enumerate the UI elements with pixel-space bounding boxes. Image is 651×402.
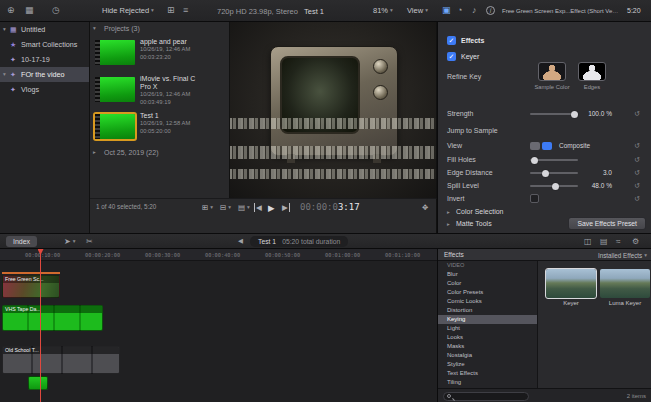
invert-checkbox[interactable] — [530, 194, 539, 203]
go-to-start-button[interactable]: ◀ — [254, 203, 262, 212]
color-inspector-tab-icon[interactable]: ◔ — [457, 5, 462, 15]
clip-thumbnail[interactable] — [95, 77, 135, 102]
timeline-ruler[interactable]: 00:00:10:00 00:00:20:00 00:00:30:00 00:0… — [0, 249, 437, 261]
viewer-view-dropdown[interactable]: View▾ — [407, 6, 428, 15]
timeline-clip[interactable]: Old School T... — [2, 346, 120, 374]
category-item[interactable]: Distortion — [438, 306, 537, 315]
disclosure-closed-icon[interactable]: ▸ — [447, 221, 455, 227]
keyer-checkbox[interactable]: ✓ — [447, 52, 456, 61]
reset-icon[interactable]: ↺ — [634, 192, 640, 205]
effects-browser-panel: Effects Installed Effects▾ VIDEO Blur Co… — [437, 249, 651, 402]
category-item[interactable]: Text Effects — [438, 369, 537, 378]
effects-section-label: Effects — [461, 34, 484, 47]
reset-icon[interactable]: ↺ — [634, 153, 640, 166]
category-item[interactable]: Color Presets — [438, 288, 537, 297]
timecode-display[interactable]: 00:00:03:17 — [300, 202, 360, 212]
clip-thumbnail[interactable] — [95, 40, 135, 65]
effect-tile-keyer[interactable]: Keyer — [546, 269, 596, 306]
installed-effects-dropdown[interactable]: Installed Effects▾ — [598, 249, 647, 262]
sidebar-item-event-for-the-video[interactable]: ▾ ✦ FOr the video — [0, 67, 89, 82]
filmstrip-view-icon[interactable]: ⊞ — [167, 5, 175, 15]
info-inspector-tab-icon[interactable]: i — [486, 6, 495, 15]
viewer-expand-icon[interactable]: ✥ — [422, 203, 428, 212]
effect-thumbnail[interactable] — [600, 269, 650, 298]
timecode-bright: 3:17 — [338, 202, 360, 212]
browser-section-projects[interactable]: ▾ Projects (3) — [90, 22, 229, 35]
timeline-clip[interactable]: Free Green Sc... — [2, 275, 60, 298]
reset-icon[interactable]: ↺ — [634, 139, 640, 152]
effect-tile-luma-keyer[interactable]: Luma Keyer — [600, 269, 650, 306]
reset-icon[interactable]: ↺ — [634, 107, 640, 120]
browser-clip-row[interactable]: apple and pear 10/26/19, 12:46 AM 00:03:… — [90, 35, 229, 72]
timeline-clip-connected[interactable] — [28, 376, 48, 390]
video-inspector-tab-icon[interactable]: ▣ — [442, 5, 451, 15]
clip-thumbnail-selected[interactable] — [95, 114, 135, 139]
effects-search-input[interactable] — [443, 392, 529, 401]
category-item[interactable]: Blur — [438, 270, 537, 279]
play-button[interactable]: ▶ — [268, 203, 275, 213]
sample-color-tool-button[interactable] — [538, 62, 566, 81]
category-item[interactable]: Tiling — [438, 378, 537, 387]
effects-checkbox[interactable]: ✓ — [447, 36, 456, 45]
caret-down-icon: ▾ — [151, 7, 154, 13]
jump-to-sample-label[interactable]: Jump to Sample — [447, 124, 498, 137]
effect-thumbnail[interactable] — [546, 269, 596, 298]
edge-distance-value[interactable]: 3.0 — [566, 166, 612, 179]
category-item[interactable]: Looks — [438, 333, 537, 342]
sidebar-item-event-vlogs[interactable]: ✦ Vlogs — [0, 82, 89, 97]
timeline-project-info[interactable]: Test 105:20 total duration — [250, 236, 348, 247]
viewer-canvas — [230, 22, 437, 198]
view-composite-icon[interactable] — [542, 142, 552, 150]
distort-popup-button[interactable]: ▤▾ — [238, 203, 250, 212]
fill-holes-slider[interactable] — [530, 159, 578, 161]
clip-appearance-icon[interactable]: ◫ — [584, 237, 592, 246]
timeline-clip[interactable]: VHS Tape Da... — [2, 305, 103, 331]
audio-inspector-tab-icon[interactable]: ♪ — [472, 5, 477, 15]
disclosure-closed-icon[interactable]: ▸ — [93, 146, 101, 159]
view-matte-icon[interactable] — [530, 142, 540, 150]
disclosure-closed-icon[interactable]: ▸ — [447, 209, 455, 215]
edges-tool-button[interactable] — [578, 62, 606, 81]
timeline-history-back-icon[interactable]: ◀ — [238, 237, 243, 245]
clip-name: Test 1 — [140, 112, 226, 120]
category-item[interactable]: Masks — [438, 342, 537, 351]
category-item[interactable]: Light — [438, 324, 537, 333]
category-item[interactable]: Color — [438, 279, 537, 288]
list-view-icon[interactable]: ≡ — [183, 5, 188, 15]
timeline-settings-icon[interactable]: ⚙ — [632, 237, 639, 246]
keyword-editor-icon[interactable]: ▦ — [25, 5, 34, 15]
timeline-zoom-icon[interactable]: ▤ — [600, 237, 608, 246]
sidebar-item-event-10-17-19[interactable]: ✦ 10-17-19 — [0, 52, 89, 67]
import-media-icon[interactable]: ⊕ — [7, 5, 15, 15]
audio-waveform-icon[interactable]: ≈ — [616, 237, 620, 246]
clip-filter-dropdown[interactable]: Hide Rejected▾ — [102, 6, 154, 15]
disclosure-open-icon[interactable]: ▾ — [93, 22, 101, 35]
playhead[interactable] — [40, 249, 41, 402]
tv-image — [270, 46, 398, 156]
category-item[interactable]: Stylize — [438, 360, 537, 369]
viewer-zoom-dropdown[interactable]: 81%▾ — [373, 6, 393, 15]
sidebar-item-library[interactable]: ▾ ▦ Untitled — [0, 22, 89, 37]
reset-icon[interactable]: ↺ — [634, 179, 640, 192]
sidebar-item-smart-collections[interactable]: ★ Smart Collections — [0, 37, 89, 52]
category-item[interactable]: Nostalgia — [438, 351, 537, 360]
category-item-selected[interactable]: Keying — [438, 315, 537, 324]
reset-icon[interactable]: ↺ — [634, 166, 640, 179]
browser-clip-row[interactable]: iMovie vs. Final C Pro X 10/26/19, 12:46… — [90, 72, 229, 109]
transform-popup-button[interactable]: ⊞▾ — [202, 203, 213, 212]
category-item[interactable]: Comic Looks — [438, 297, 537, 306]
trim-tool-icon[interactable]: ✂ — [86, 237, 93, 246]
strength-value[interactable]: 100.0 % — [566, 107, 612, 120]
browser-section-date[interactable]: ▸ Oct 25, 2019 (22) — [90, 146, 229, 159]
matte-tools-section[interactable]: Matte Tools — [456, 217, 492, 230]
caret-down-icon: ▾ — [228, 204, 231, 210]
browser-clip-row[interactable]: Test 1 10/26/19, 12:58 AM 00:05:20:00 — [90, 109, 229, 146]
crop-popup-button[interactable]: ⊟▾ — [220, 203, 231, 212]
tool-pointer-icon[interactable]: ➤▾ — [64, 237, 75, 246]
save-effects-preset-button[interactable]: Save Effects Preset — [568, 217, 646, 230]
spill-level-value[interactable]: 48.0 % — [566, 179, 612, 192]
index-button[interactable]: Index — [6, 236, 37, 247]
viewer-project-title: Test 1 — [304, 7, 324, 16]
background-tasks-icon[interactable]: ◷ — [52, 5, 60, 15]
go-to-end-button[interactable]: ▶ — [282, 203, 290, 212]
